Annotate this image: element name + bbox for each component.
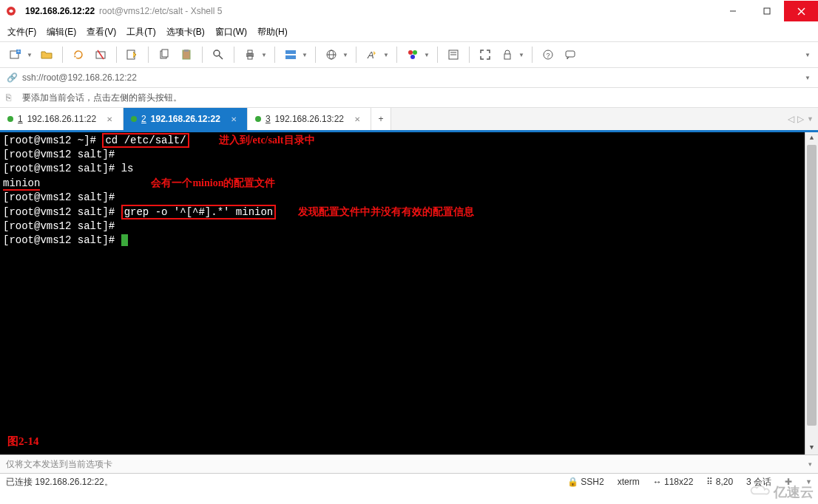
- menu-help[interactable]: 帮助(H): [257, 26, 288, 38]
- status-size: ↔ 118x22: [653, 477, 694, 487]
- dropdown-caret-icon[interactable]: ▼: [261, 52, 267, 58]
- dropdown-caret-icon[interactable]: ▼: [383, 52, 389, 58]
- close-button[interactable]: [784, 1, 818, 21]
- new-session-icon[interactable]: +: [6, 45, 25, 64]
- terminal-output: [root@vms12 ~]# cd /etc/salt/进入到/etc/sal…: [0, 132, 805, 248]
- maximize-button[interactable]: [750, 1, 784, 21]
- address-bar: 🔗 ssh://root@192.168.26.12:22 ▼: [0, 67, 818, 88]
- svg-point-28: [408, 50, 413, 55]
- properties-icon[interactable]: [123, 45, 142, 64]
- tab-prev-icon[interactable]: ◁: [788, 114, 794, 124]
- highlighted-command: grep -o '^[^#].*' minion: [121, 205, 277, 219]
- chat-icon[interactable]: [561, 45, 580, 64]
- highlighted-output: minion: [3, 177, 40, 191]
- svg-point-30: [410, 55, 415, 59]
- disconnect-icon[interactable]: [91, 45, 110, 64]
- status-dot-icon: [131, 116, 137, 122]
- font-icon[interactable]: A: [362, 45, 382, 64]
- menu-file[interactable]: 文件(F): [7, 26, 36, 38]
- svg-rect-20: [285, 50, 291, 54]
- dropdown-caret-icon[interactable]: ▼: [518, 52, 524, 58]
- menu-window[interactable]: 窗口(W): [215, 26, 247, 38]
- link-icon: 🔗: [6, 72, 18, 83]
- terminal-scrollbar[interactable]: ▲ ▼: [805, 132, 818, 454]
- scroll-down-icon[interactable]: ▼: [805, 442, 818, 454]
- annotation-text: 发现配置文件中并没有有效的配置信息: [298, 206, 474, 217]
- tab-close-icon[interactable]: ✕: [231, 115, 237, 123]
- scroll-up-icon[interactable]: ▲: [805, 132, 818, 145]
- svg-rect-12: [162, 50, 168, 57]
- svg-text:+: +: [17, 49, 20, 54]
- highlighted-command: cd /etc/salt/: [102, 133, 189, 148]
- window-title-active: 192.168.26.12:22: [25, 6, 95, 16]
- fullscreen-icon[interactable]: [476, 45, 495, 64]
- status-ssh: 🔒 SSH2: [567, 477, 604, 487]
- title-bar: 192.168.26.12:22 root@vms12:/etc/salt - …: [0, 0, 818, 22]
- open-icon[interactable]: [37, 45, 56, 64]
- lock-icon: 🔒: [567, 477, 578, 487]
- svg-point-15: [214, 50, 220, 56]
- annotation-text: 会有一个minion的配置文件: [151, 177, 275, 188]
- send-dropdown-icon[interactable]: ▾: [808, 460, 812, 468]
- svg-rect-14: [184, 50, 189, 52]
- session-tab[interactable]: 1 192.168.26.11:22 ✕: [0, 108, 124, 130]
- menu-tabs[interactable]: 选项卡(B): [166, 26, 205, 38]
- menu-view[interactable]: 查看(V): [87, 26, 116, 38]
- menu-tools[interactable]: 工具(T): [126, 26, 155, 38]
- svg-rect-34: [504, 54, 510, 59]
- figure-label: 图2-14: [7, 435, 39, 449]
- session-tab[interactable]: 3 192.168.26.13:22 ✕: [248, 108, 371, 130]
- search-icon[interactable]: [209, 45, 228, 64]
- svg-rect-18: [248, 50, 252, 53]
- dropdown-caret-icon[interactable]: ▼: [302, 52, 308, 58]
- print-icon[interactable]: [240, 45, 260, 64]
- toolbar-overflow-icon[interactable]: ▼: [805, 75, 811, 81]
- app-icon: [4, 4, 18, 18]
- svg-rect-37: [566, 51, 575, 57]
- tab-close-icon[interactable]: ✕: [354, 115, 360, 123]
- globe-icon[interactable]: [322, 45, 341, 64]
- status-bar: 已连接 192.168.26.12:22。 🔒 SSH2 xterm ↔ 118…: [0, 474, 818, 490]
- tab-number: 3: [266, 114, 271, 124]
- tab-list-icon[interactable]: ▼: [807, 115, 814, 123]
- svg-rect-19: [248, 56, 252, 59]
- address-text[interactable]: ssh://root@192.168.26.12:22: [22, 72, 137, 83]
- toolbar-overflow-icon[interactable]: ▼: [805, 52, 811, 58]
- minimize-button[interactable]: [716, 1, 750, 21]
- tab-close-icon[interactable]: ✕: [107, 115, 112, 123]
- tab-strip: 1 192.168.26.11:22 ✕ 2 192.168.26.12:22 …: [0, 108, 818, 132]
- add-session-arrow-icon[interactable]: ⎘: [6, 92, 18, 103]
- dropdown-caret-icon[interactable]: ▼: [424, 52, 430, 58]
- svg-line-16: [219, 55, 223, 59]
- terminal-cursor: [121, 234, 128, 246]
- session-tab[interactable]: 2 192.168.26.12:22 ✕: [124, 108, 248, 130]
- tab-label: 192.168.26.13:22: [275, 114, 344, 124]
- dropdown-caret-icon[interactable]: ▼: [342, 52, 348, 58]
- sessions-icon[interactable]: [281, 45, 300, 64]
- reconnect-icon[interactable]: [69, 45, 88, 64]
- send-placeholder: 仅将文本发送到当前选项卡: [6, 458, 112, 471]
- tab-label: 192.168.26.12:22: [151, 114, 220, 124]
- new-tab-button[interactable]: +: [371, 108, 391, 130]
- svg-rect-2: [764, 8, 770, 14]
- window-title-sub: root@vms12:/etc/salt - Xshell 5: [99, 6, 222, 16]
- tab-label: 192.168.26.11:22: [27, 114, 96, 124]
- color-icon[interactable]: [403, 45, 422, 64]
- tab-number: 2: [141, 114, 146, 124]
- tab-number: 1: [18, 114, 23, 124]
- send-bar[interactable]: 仅将文本发送到当前选项卡 ▾: [0, 454, 818, 474]
- tab-next-icon[interactable]: ▷: [797, 114, 804, 124]
- terminal[interactable]: [root@vms12 ~]# cd /etc/salt/进入到/etc/sal…: [0, 132, 818, 454]
- paste-icon[interactable]: [177, 45, 196, 64]
- script-icon[interactable]: [444, 45, 463, 64]
- lock-icon[interactable]: [498, 45, 517, 64]
- watermark: 亿速云: [750, 482, 814, 503]
- scroll-thumb[interactable]: [807, 145, 817, 426]
- status-dot-icon: [7, 116, 13, 122]
- svg-rect-22: [285, 55, 291, 59]
- dropdown-caret-icon[interactable]: ▼: [27, 52, 33, 58]
- copy-icon[interactable]: [155, 45, 174, 64]
- help-icon[interactable]: ?: [538, 45, 558, 64]
- menu-edit[interactable]: 编辑(E): [47, 26, 76, 38]
- svg-rect-23: [291, 55, 296, 59]
